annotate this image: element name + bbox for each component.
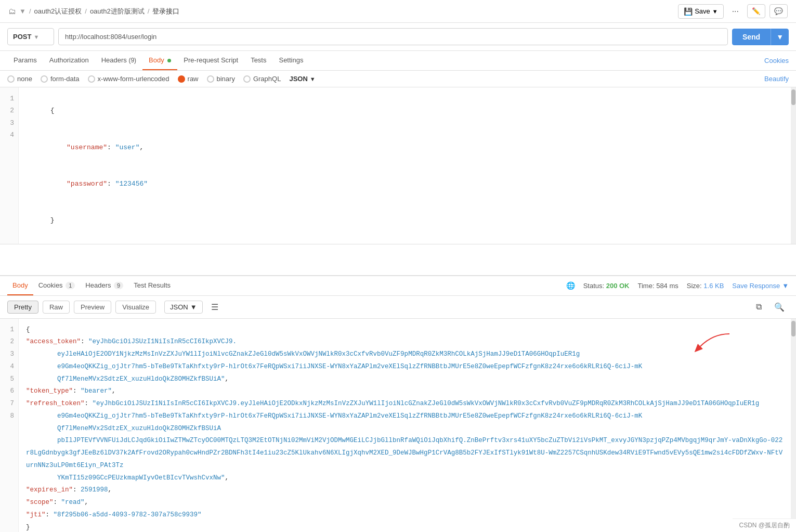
edit-button[interactable]: ✏️ (747, 4, 765, 18)
cookies-link[interactable]: Cookies (764, 57, 789, 64)
breadcrumb-sep1: / (85, 7, 87, 15)
tab-tests[interactable]: Tests (244, 51, 272, 70)
status-label: Status: 200 OK (583, 282, 630, 290)
option-none[interactable]: none (7, 75, 32, 83)
attribution-label: CSDN @孤居自酌 (739, 522, 790, 529)
top-bar-actions: 💾 Save ▼ ··· ✏️ 💬 (678, 4, 788, 19)
response-tab-body[interactable]: Body (7, 276, 33, 295)
arrow-indicator (692, 329, 734, 357)
beautify-button[interactable]: Beautify (764, 75, 789, 83)
request-bar: POST ▼ Send ▼ (0, 23, 796, 51)
breadcrumb-item-2[interactable]: oauth2进阶版测试 (90, 7, 145, 16)
method-select[interactable]: POST ▼ (7, 28, 54, 45)
option-raw[interactable]: raw (178, 75, 199, 83)
breadcrumb-separator2: / (29, 7, 31, 15)
radio-none (7, 75, 15, 83)
save-chevron-icon: ▼ (712, 8, 718, 15)
response-line-numbers: 1 2 3 4 5 6 7 8 (0, 319, 19, 532)
scrollbar[interactable] (791, 87, 796, 244)
search-icon: 🔍 (774, 303, 785, 312)
filter-button[interactable]: ☰ (207, 300, 223, 314)
tab-body[interactable]: Body (142, 51, 177, 70)
save-response-chevron-icon: ▼ (782, 282, 789, 290)
tab-pre-request[interactable]: Pre-request Script (177, 51, 244, 70)
request-tabs: Params Authorization Headers (9) Body Pr… (0, 51, 796, 71)
collection-icon: 🗂 (8, 7, 16, 16)
tab-settings[interactable]: Settings (272, 51, 309, 70)
cookies-badge: 1 (66, 282, 75, 289)
response-scrollbar[interactable] (791, 319, 796, 532)
save-icon: 💾 (684, 7, 693, 16)
request-code-editor: 1 2 3 4 { "username": "user", "password"… (0, 87, 796, 244)
top-bar: 🗂 ▼ / oauth2认证授权 / oauth2进阶版测试 / 登录接口 💾 … (0, 0, 796, 23)
radio-urlencoded (88, 75, 95, 83)
radio-raw (178, 75, 185, 83)
comment-button[interactable]: 💬 (769, 4, 788, 18)
status-value: 200 OK (606, 282, 630, 290)
tab-headers[interactable]: Headers (9) (95, 51, 142, 70)
response-scrollbar-thumb (791, 321, 795, 336)
json-format-select[interactable]: JSON ▼ (289, 75, 315, 83)
filter-icon: ☰ (211, 303, 218, 312)
comment-icon: 💬 (774, 7, 783, 15)
response-json-format-select[interactable]: JSON ▼ (164, 301, 203, 314)
radio-graphql (243, 75, 251, 83)
option-binary[interactable]: binary (207, 75, 235, 83)
copy-icon: ⧉ (756, 302, 762, 311)
breadcrumb-item-3[interactable]: 登录接口 (152, 7, 179, 16)
scrollbar-thumb (791, 89, 795, 105)
tab-params[interactable]: Params (7, 51, 43, 70)
response-code-content[interactable]: { "access_token": "eyJhbGciOiJSUzI1NiIsI… (19, 319, 791, 532)
send-button-group: Send ▼ (732, 29, 789, 45)
body-options-bar: none form-data x-www-form-urlencoded raw… (0, 71, 796, 87)
format-visualize-button[interactable]: Visualize (115, 301, 156, 314)
response-json-chevron-icon: ▼ (190, 303, 197, 311)
method-chevron-icon: ▼ (33, 34, 39, 40)
option-graphql[interactable]: GraphQL (243, 75, 281, 83)
format-raw-button[interactable]: Raw (43, 301, 70, 314)
option-form-data[interactable]: form-data (41, 75, 80, 83)
save-button[interactable]: 💾 Save ▼ (678, 4, 724, 19)
response-status-bar: 🌐 Status: 200 OK Time: 584 ms Size: 1.6 … (566, 281, 789, 290)
size-value: 1.6 KB (703, 282, 724, 290)
option-urlencoded[interactable]: x-www-form-urlencoded (88, 75, 169, 83)
response-tab-test-results[interactable]: Test Results (128, 276, 176, 295)
breadcrumb: 🗂 ▼ / oauth2认证授权 / oauth2进阶版测试 / 登录接口 (8, 7, 678, 16)
save-label: Save (695, 7, 710, 15)
time-value: 584 ms (656, 282, 678, 290)
breadcrumb-sep2: / (148, 7, 150, 15)
save-response-button[interactable]: Save Response ▼ (732, 282, 789, 290)
pencil-icon: ✏️ (752, 7, 761, 15)
format-pretty-button[interactable]: Pretty (7, 301, 38, 314)
method-label: POST (13, 33, 31, 41)
code-content[interactable]: { "username": "user", "password": "12345… (19, 87, 796, 244)
send-button[interactable]: Send (732, 29, 771, 45)
radio-binary (207, 75, 214, 83)
url-input[interactable] (58, 28, 728, 45)
response-section: Body Cookies 1 Headers 9 Test Results 🌐 … (0, 276, 796, 532)
send-dropdown-button[interactable]: ▼ (771, 29, 789, 45)
breadcrumb-item-1[interactable]: oauth2认证授权 (34, 7, 82, 16)
bottom-bar: CSDN @孤居自酌 (733, 518, 796, 532)
line-numbers: 1 2 3 4 (0, 87, 19, 244)
copy-button[interactable]: ⧉ (752, 300, 766, 314)
size-label: Size: 1.6 KB (687, 282, 724, 290)
tab-authorization[interactable]: Authorization (43, 51, 95, 70)
response-format-bar: Pretty Raw Preview Visualize JSON ▼ ☰ ⧉ … (0, 296, 796, 319)
format-preview-button[interactable]: Preview (74, 301, 111, 314)
spacer (0, 244, 796, 276)
radio-form-data (41, 75, 48, 83)
headers-badge: 9 (114, 282, 123, 289)
response-tabs-bar: Body Cookies 1 Headers 9 Test Results 🌐 … (0, 276, 796, 296)
response-code-area: 1 2 3 4 5 6 7 8 { "access_token": "eyJhb… (0, 319, 796, 532)
globe-icon: 🌐 (566, 281, 575, 290)
body-dot (167, 59, 171, 62)
response-tab-cookies[interactable]: Cookies 1 (33, 276, 81, 295)
time-label: Time: 584 ms (638, 282, 678, 290)
json-chevron-icon: ▼ (310, 76, 316, 82)
response-tab-headers[interactable]: Headers 9 (80, 276, 128, 295)
search-button[interactable]: 🔍 (770, 300, 789, 314)
more-options-button[interactable]: ··· (728, 4, 743, 19)
breadcrumb-separator: ▼ (19, 7, 26, 15)
